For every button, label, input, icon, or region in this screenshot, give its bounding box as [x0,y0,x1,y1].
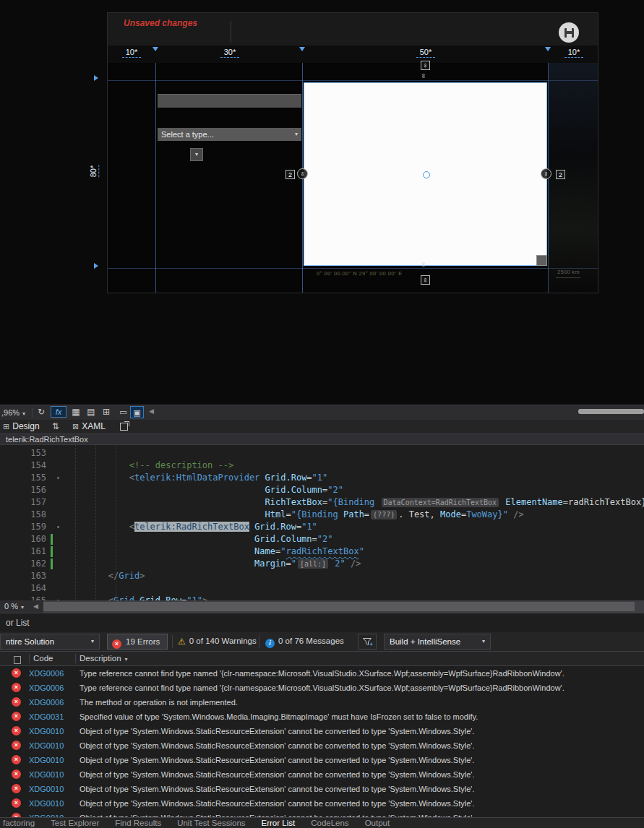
source-dropdown[interactable]: Build + IntelliSense ▾ [384,634,491,650]
fold-marker-icon[interactable]: ▾ [56,521,60,533]
column-splitter-icon[interactable] [545,47,551,51]
warnings-filter-button[interactable]: ⚠0 of 140 Warnings [176,634,257,650]
error-row[interactable]: ×XDG0006The method or operation is not i… [0,695,644,710]
margin-right-chip[interactable]: 2 [556,170,565,179]
effects-toggle[interactable]: fx [51,406,66,418]
error-row[interactable]: ×XDG0010Object of type 'System.Windows.S… [0,724,644,738]
error-row[interactable]: ×XDG0006Type reference cannot find type … [0,681,644,695]
scrollbar-thumb[interactable] [43,602,635,611]
code-line[interactable]: 161 Name="radRichTextBox" [0,545,644,558]
scroll-left-icon[interactable]: ◀ [33,603,38,610]
xaml-designer-surface[interactable]: Unsaved changes 10* 30* 50* 10* [0,0,644,405]
resize-handle[interactable] [536,255,547,266]
editor-bottom-bar: 0 %▾ ◀ [0,600,644,613]
error-row[interactable]: ×XDG0010Object of type 'System.Windows.S… [0,767,644,782]
row-anchor-icon[interactable]: ∞ [421,61,430,70]
error-description-cell: Type reference cannot find type named '{… [80,681,564,695]
column-size-label[interactable]: 10* [122,48,141,58]
bottom-tab-output[interactable]: Output [365,818,390,828]
fold-marker-icon[interactable]: ▾ [56,595,60,600]
bottom-tab-factoring[interactable]: factoring [3,818,35,828]
xaml-editor[interactable]: 153154 <!-- description -->155▾ <telerik… [0,445,644,600]
error-row[interactable]: ×XDG0010Object of type 'System.Windows.S… [0,782,644,796]
column-size-label[interactable]: 30* [220,48,239,58]
swap-panes-icon[interactable]: ⇅ [52,420,59,434]
messages-filter-button[interactable]: i0 of 76 Messages [264,634,344,650]
chain-link-icon[interactable]: ∞ [420,74,427,78]
bottom-tab-find-results[interactable]: Find Results [115,818,161,828]
chain-link-icon[interactable]: ∞ [420,262,427,267]
bottom-tab-test-explorer[interactable]: Test Explorer [51,818,99,828]
designer-hscrollbar[interactable] [578,409,644,414]
save-icon[interactable] [559,22,579,43]
design-combobox[interactable]: Select a type... ▾ [158,128,301,141]
collapse-arrow-icon[interactable]: ◀ [149,407,154,415]
column-splitter-icon[interactable] [299,47,305,51]
designer-zoom-dropdown[interactable]: ,96%▾ [1,407,25,420]
gridlines-icon[interactable]: ⊞ [100,406,113,418]
annotations-toggle[interactable]: ▣ [130,406,144,418]
show-grid-icon[interactable]: ▦ [69,406,82,418]
column-size-label[interactable]: 10* [564,48,583,58]
refresh-icon[interactable]: ↻ [35,406,48,418]
error-row[interactable]: ×XDG0010Object of type 'System.Windows.S… [0,753,644,767]
scope-value: ntire Solution [6,637,54,646]
anchor-chain-icon[interactable]: ∞ [541,168,551,179]
code-line[interactable]: 158 Html="{Binding Path=(???). Test, Mod… [0,509,644,521]
code-line[interactable]: 163 </Grid> [0,570,644,582]
editor-hscrollbar[interactable] [43,600,644,613]
editor-zoom-dropdown[interactable]: 0 %▾ [4,601,24,613]
line-number: 160 [0,533,46,545]
column-splitter-icon[interactable] [153,47,158,51]
anchor-chain-icon[interactable]: ∞ [297,168,308,179]
snap-grid-icon[interactable]: ▤ [85,406,98,418]
scope-dropdown[interactable]: ntire Solution ▾ [0,634,100,650]
code-line[interactable]: 164 [0,582,644,595]
code-line[interactable]: 153 [0,447,644,460]
grid-line [108,80,598,81]
filter-icon[interactable] [358,634,377,650]
error-row[interactable]: ×XDG0006Type reference cannot find type … [0,666,644,681]
snaplines-toggle[interactable]: ▭ [116,406,130,418]
error-row[interactable]: ×XDG0031Specified value of type 'System.… [0,710,644,724]
row-anchor-icon[interactable]: ∞ [421,275,430,285]
code-line[interactable]: 155▾ <telerik:HtmlDataProvider Grid.Row=… [0,472,644,484]
line-number: 161 [0,545,46,558]
row-splitter-icon[interactable] [94,75,98,81]
margin-left-chip[interactable]: 2 [285,170,295,179]
error-row[interactable]: ×XDG0010Object of type 'System.Windows.S… [0,796,644,811]
code-line[interactable]: 154 <!-- description --> [0,460,644,472]
code-line[interactable]: 157 RichTextBox="{Binding DataContext=Ra… [0,496,644,509]
bottom-tab-codelens[interactable]: CodeLens [311,818,348,828]
grid-line [155,63,156,293]
row-size-label[interactable]: 80* [89,165,99,178]
floppy-disk-icon [564,28,574,38]
design-canvas[interactable]: Select a type... ▾ ▾ 2 ∞ ∞ 2 0° 00' 00.0… [108,63,598,293]
code-line[interactable]: 156 Grid.Column="2" [0,484,644,496]
design-view-icon: ⊞ [3,422,9,431]
code-line[interactable]: 160 Grid.Column="2" [0,533,644,545]
bottom-tab-error-list[interactable]: Error List [262,818,296,828]
map-scalebar [556,277,580,278]
design-dropdown-button[interactable]: ▾ [190,148,203,161]
error-row[interactable]: ×XDG0010Object of type 'System.Windows.S… [0,811,644,817]
bottom-tab-unit-test-sessions[interactable]: Unit Test Sessions [177,818,245,828]
row-splitter-icon[interactable] [94,263,98,269]
code-line[interactable]: 159▾ <telerik:RadRichTextBox Grid.Row="1… [0,521,644,533]
element-breadcrumb[interactable]: telerik:RadRichTextBox [0,434,644,445]
column-header-code[interactable]: Code [33,652,53,665]
selection-center-handle[interactable] [423,171,430,178]
severity-column-icon[interactable] [14,656,21,664]
tab-design[interactable]: ⊞Design [3,420,40,434]
tab-xaml[interactable]: ⊠XAML [72,420,106,434]
code-line[interactable]: 162 Margin="[all:] 2" /> [0,558,644,570]
code-line[interactable]: 165▾ <Grid Grid.Row="1"> [0,595,644,600]
design-textbox[interactable] [158,94,301,108]
design-artboard[interactable]: Unsaved changes 10* 30* 50* 10* [107,12,598,293]
popout-window-icon[interactable] [120,423,128,431]
column-size-label[interactable]: 50* [416,48,435,58]
fold-marker-icon[interactable]: ▾ [56,472,60,484]
column-header-description[interactable]: Description▾ [80,652,128,666]
errors-filter-button[interactable]: ×19 Errors [107,634,168,650]
error-row[interactable]: ×XDG0010Object of type 'System.Windows.S… [0,738,644,753]
